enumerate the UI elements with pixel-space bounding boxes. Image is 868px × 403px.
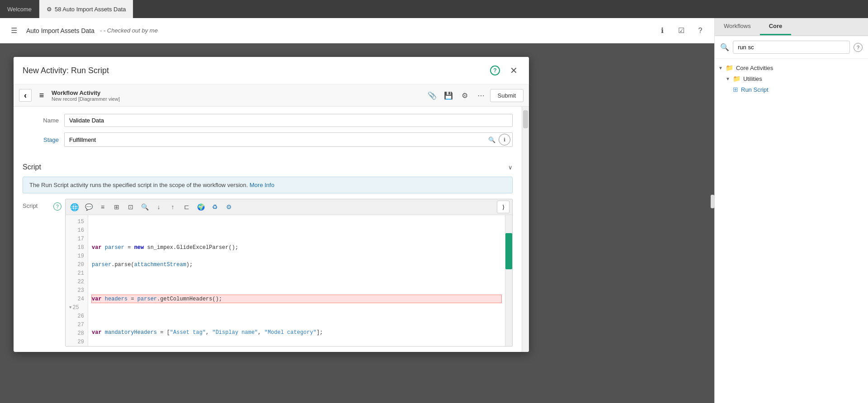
tree-run-script-link[interactable]: Run Script <box>741 86 769 93</box>
editor-tool-refresh[interactable]: ♻ <box>208 201 221 213</box>
code-line-15 <box>92 226 501 235</box>
modal-vscroll-thumb[interactable] <box>523 110 528 128</box>
editor-container: 🌐 💬 ≡ ⊞ ⊡ 🔍 ↓ ↑ ⊏ <box>65 199 513 347</box>
top-tab-bar: Welcome ⚙ 58 Auto Import Assets Data <box>0 0 868 18</box>
tree-arrow-core: ▼ <box>718 66 723 70</box>
code-content[interactable]: var parser = new sn_impex.GlideExcelPars… <box>88 215 505 346</box>
editor-toolbar: 🌐 💬 ≡ ⊞ ⊡ 🔍 ↓ ↑ ⊏ <box>66 199 512 215</box>
hamburger-icon[interactable]: ☰ <box>7 24 21 37</box>
name-row: Name <box>23 114 513 127</box>
help-icon[interactable]: ? <box>693 24 707 37</box>
code-line-17: parser.parse(attachmentStream); <box>92 261 501 269</box>
modal-header: New Activity: Run Script ? ✕ <box>14 57 529 84</box>
modal-help-button[interactable]: ? <box>490 66 500 75</box>
modal: New Activity: Run Script ? ✕ ‹ <box>14 57 529 352</box>
editor-tool-down[interactable]: ↓ <box>152 201 165 213</box>
editor-tool-list[interactable]: ≡ <box>96 201 109 213</box>
modal-overlay: New Activity: Run Script ? ✕ ‹ <box>0 43 714 403</box>
script-section-header: Script ∨ <box>23 159 513 177</box>
code-line-19: var headers = parser.getColumnHeaders(); <box>91 295 502 303</box>
tree-core-activities-label: Core Activities <box>736 65 773 71</box>
script-editor-row: Script ? 🌐 💬 ≡ ⊞ <box>23 199 513 347</box>
tree-arrow-utilities: ▼ <box>726 76 730 81</box>
right-panel-tree: ▼ 📁 Core Activities ▼ 📁 Utilities ⊞ Run … <box>715 59 868 98</box>
editor-expand-button[interactable]: ⟩ <box>497 201 509 213</box>
modal-content-area: Name Stage 🔍 ℹ <box>14 107 522 352</box>
toolbar-back-button[interactable]: ‹ <box>19 89 32 102</box>
editor-tool-bracket[interactable]: ⊏ <box>180 201 193 213</box>
tree-folder-utilities-icon: 📁 <box>733 75 741 82</box>
modal-title: New Activity: Run Script <box>23 66 486 75</box>
script-help-icon[interactable]: ? <box>53 202 61 211</box>
app-toolbar: ☰ Auto Import Assets Data - - Checked ou… <box>0 18 714 43</box>
editor-tool-comment[interactable]: 💬 <box>82 201 95 213</box>
toolbar-save-button[interactable]: 💾 <box>441 88 456 103</box>
tree-run-script-icon: ⊞ <box>733 86 738 93</box>
stage-row: Stage 🔍 ℹ <box>23 132 513 147</box>
script-info-box: The Run Script activity runs the specifi… <box>23 177 513 193</box>
app-title: Auto Import Assets Data <box>26 27 94 34</box>
toolbar-settings-button[interactable]: ⚙ <box>458 88 472 103</box>
more-info-link[interactable]: More Info <box>250 182 274 188</box>
script-section-title: Script <box>23 163 41 171</box>
modal-body: Name Stage 🔍 ℹ <box>14 107 529 352</box>
stage-label[interactable]: Stage <box>23 136 59 143</box>
tree-utilities-label: Utilities <box>743 75 762 82</box>
tab-welcome[interactable]: Welcome <box>0 0 39 18</box>
right-panel: Workflows Core 🔍 ? ▼ 📁 Core Activities ▼… <box>714 18 868 403</box>
name-input[interactable] <box>64 114 513 127</box>
modal-vscroll[interactable] <box>522 107 529 352</box>
stage-input[interactable] <box>65 134 485 146</box>
modal-toolbar: ‹ ≡ Workflow Activity New record [Diagra… <box>14 84 529 107</box>
toolbar-subtitle: New record [Diagrammer view] <box>52 96 421 102</box>
name-label: Name <box>23 117 59 124</box>
right-panel-search: 🔍 ? <box>715 36 868 59</box>
editor-tool-globe2[interactable]: 🌍 <box>194 201 207 213</box>
line-numbers: 15 16 17 18 19 20 21 22 <box>66 215 88 346</box>
script-section: Script ∨ The Run Script activity runs th… <box>14 159 522 352</box>
toolbar-info: Workflow Activity New record [Diagrammer… <box>52 89 421 102</box>
modal-close-button[interactable]: ✕ <box>507 64 520 77</box>
code-line-20 <box>92 311 501 320</box>
stage-input-container: 🔍 ℹ <box>64 132 513 147</box>
toolbar-attachment-button[interactable]: 📎 <box>425 88 439 103</box>
tab-workflows[interactable]: Workflows <box>715 18 760 35</box>
tab-core[interactable]: Core <box>760 18 792 35</box>
editor-tool-globe[interactable]: 🌐 <box>68 201 81 213</box>
editor-tool-search[interactable]: 🔍 <box>138 201 151 213</box>
tree-utilities[interactable]: ▼ 📁 Utilities <box>715 73 868 84</box>
main-layout: ☰ Auto Import Assets Data - - Checked ou… <box>0 18 868 403</box>
code-scrollbar[interactable] <box>505 215 512 346</box>
code-area: 15 16 17 18 19 20 21 22 <box>66 215 512 346</box>
tree-core-activities[interactable]: ▼ 📁 Core Activities <box>715 62 868 73</box>
toolbar-title: Workflow Activity <box>52 89 421 96</box>
stage-search-icon[interactable]: 🔍 <box>485 133 499 146</box>
right-search-help-icon[interactable]: ? <box>854 43 863 52</box>
editor-tool-grid[interactable]: ⊞ <box>110 201 123 213</box>
tree-run-script[interactable]: ⊞ Run Script <box>715 84 868 95</box>
script-section-chevron[interactable]: ∨ <box>508 164 513 171</box>
right-search-icon: 🔍 <box>720 43 729 52</box>
toolbar-more-button[interactable]: ⋯ <box>474 88 488 103</box>
tab-welcome-label: Welcome <box>7 6 32 13</box>
tree-folder-core-icon: 📁 <box>726 64 733 71</box>
editor-tool-gear[interactable]: ⚙ <box>222 201 235 213</box>
info-icon[interactable]: ℹ <box>656 24 669 37</box>
resize-handle[interactable] <box>711 195 714 208</box>
check-icon[interactable]: ☑ <box>675 24 688 37</box>
code-line-18 <box>92 278 501 286</box>
toolbar-submit-button[interactable]: Submit <box>490 89 524 102</box>
stage-info-icon[interactable]: ℹ <box>499 134 510 145</box>
form-area: Name Stage 🔍 ℹ <box>14 107 522 159</box>
code-scrollbar-thumb[interactable] <box>505 233 512 269</box>
right-search-input[interactable] <box>733 41 850 54</box>
content-area: ☰ Auto Import Assets Data - - Checked ou… <box>0 18 714 403</box>
app-status: - - Checked out by me <box>100 27 158 34</box>
code-line-21: var mandatoryHeaders = ["Asset tag", "Di… <box>92 328 501 337</box>
editor-tool-table[interactable]: ⊡ <box>124 201 137 213</box>
toolbar-menu-button[interactable]: ≡ <box>35 89 48 102</box>
tab-auto-import-icon: ⚙ <box>47 6 52 13</box>
editor-tool-up[interactable]: ↑ <box>166 201 179 213</box>
tab-auto-import[interactable]: ⚙ 58 Auto Import Assets Data <box>39 0 134 18</box>
script-label-text: Script <box>23 199 50 209</box>
